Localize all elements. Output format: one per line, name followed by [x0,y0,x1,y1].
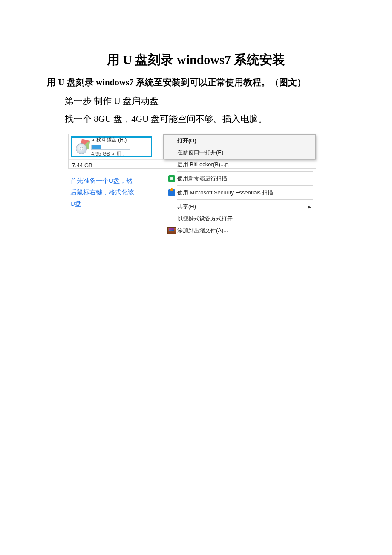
menu-item-open-portable[interactable]: 以便携式设备方式打开 [164,213,315,225]
paragraph-step-1: 第一步 制作 U 盘启动盘 [47,94,345,109]
antivirus-icon [168,175,175,182]
menu-item-scan-duba[interactable]: 使用新毒霸进行扫描 [164,173,315,185]
drive-usage-bar [91,145,130,150]
context-menu: 打开(O) 在新窗口中打开(E) 启用 BitLocker(B)... 使用新毒… [163,134,316,159]
screenshot-context-menu: 可移动磁盘 (H:) 4.95 GB 可用 , 打开(O) 在新窗口中打开(E)… [68,134,316,169]
menu-label: 在新窗口中打开(E) [177,149,311,156]
menu-label: 启用 BitLocker(B)... [177,161,311,168]
submenu-arrow-icon: ▶ [308,204,311,210]
archive-icon [167,227,176,234]
menu-label: 以便携式设备方式打开 [177,215,311,223]
disk-size-label: 7.44 GB [72,162,92,168]
menu-item-scan-mse[interactable]: 使用 Microsoft Security Essentials 扫描... [164,187,315,199]
menu-label: 打开(O) [177,137,311,145]
menu-item-open-new-window[interactable]: 在新窗口中打开(E) [164,147,315,159]
menu-item-share[interactable]: 共享(H) ▶ [164,201,315,213]
menu-separator [177,185,313,186]
menu-label: 共享(H) [177,203,308,211]
menu-separator [177,171,313,172]
menu-item-add-to-archive[interactable]: 添加到压缩文件(A)... [164,225,315,235]
drive-name: 可移动磁盘 (H:) [91,136,130,144]
menu-label: 添加到压缩文件(A)... [177,227,311,234]
mse-icon [168,189,175,196]
menu-label: 使用新毒霸进行扫描 [177,175,311,182]
drive-free-space: 4.95 GB 可用 , [91,150,130,158]
disc-drive-icon [75,140,89,154]
menu-separator [177,199,313,200]
paragraph-step-2: 找一个 8GU 盘，4GU 盘可能空间不够。插入电脑。 [47,112,345,127]
document-title: 用 U 盘刻录 windows7 系统安装 [47,51,345,69]
document-subtitle: 用 U 盘刻录 windows7 系统至安装到可以正常使用教程。（图文） [47,76,345,88]
menu-item-open[interactable]: 打开(O) [164,135,315,147]
removable-drive-item[interactable]: 可移动磁盘 (H:) 4.95 GB 可用 , [71,136,152,157]
menu-item-bitlocker[interactable]: 启用 BitLocker(B)... [164,159,315,171]
menu-label: 使用 Microsoft Security Essentials 扫描... [177,189,311,197]
annotation-caption: 首先准备一个U盘，然后鼠标右键，格式化该U盘 [70,175,138,209]
